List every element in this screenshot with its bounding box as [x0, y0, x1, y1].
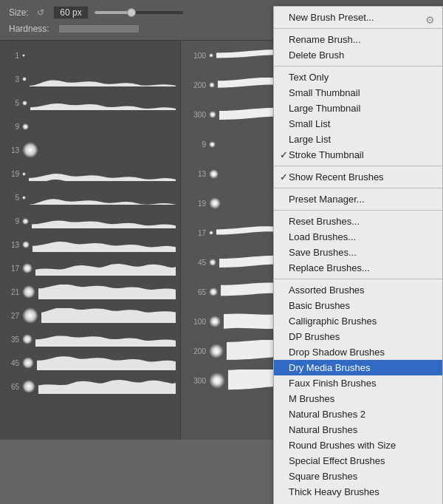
hardness-bar[interactable] — [58, 24, 140, 33]
brush-list-item[interactable]: 45 — [0, 351, 180, 375]
menu-item-basic[interactable]: Basic Brushes — [274, 298, 442, 313]
brush-number: 35 — [4, 336, 19, 344]
menu-item-drop-shadow[interactable]: Drop Shadow Brushes — [274, 344, 442, 360]
size-input[interactable] — [53, 6, 89, 19]
brush-stroke-preview — [38, 285, 176, 299]
menu-item-wet-media[interactable]: Wet Media Brushes — [274, 500, 442, 504]
brush-list-item[interactable]: 9 — [0, 115, 180, 138]
brush-stroke-preview — [41, 308, 176, 323]
preview-number: 19 — [185, 200, 206, 208]
brush-list-item[interactable]: 1 — [0, 44, 180, 67]
menu-item-round-size[interactable]: Round Brushes with Size — [274, 437, 442, 453]
brush-stroke-preview — [29, 166, 176, 181]
menu-item-rename[interactable]: Rename Brush... — [274, 32, 442, 47]
menu-label-dp: DP Brushes — [289, 331, 340, 342]
brush-number: 19 — [4, 170, 19, 178]
gear-icon[interactable]: ⚙ — [425, 14, 435, 26]
brush-number: 5 — [4, 99, 19, 107]
menu-label-new-brush: New Brush Preset... — [289, 12, 374, 23]
preview-number: 200 — [185, 81, 206, 89]
menu-item-thick-heavy[interactable]: Thick Heavy Brushes — [274, 484, 442, 500]
menu-item-stroke-thumb[interactable]: ✓Stroke Thumbnail — [274, 147, 442, 163]
preview-dot — [209, 141, 216, 148]
brush-dot — [22, 123, 29, 130]
brush-list-item[interactable]: 17 — [0, 256, 180, 280]
brush-list-item[interactable]: 5 — [0, 91, 180, 115]
brush-list-item[interactable]: 21 — [0, 280, 180, 304]
brush-list-item[interactable]: 35 — [0, 327, 180, 351]
brush-dot — [22, 101, 27, 106]
brush-dot — [22, 307, 38, 324]
menu-item-reset[interactable]: Reset Brushes... — [274, 214, 442, 229]
brush-number: 13 — [4, 146, 19, 154]
menu-label-small-list: Small List — [289, 118, 330, 129]
brush-list-item[interactable]: 3 — [0, 67, 180, 91]
brush-number: 13 — [4, 241, 19, 249]
brush-dot — [22, 77, 27, 81]
menu-item-show-recent[interactable]: ✓Show Recent Brushes — [274, 169, 442, 185]
menu-item-small-list[interactable]: Small List — [274, 116, 442, 132]
menu-item-new-brush[interactable]: New Brush Preset... — [274, 10, 442, 25]
brush-stroke-preview — [30, 72, 176, 86]
menu-item-load[interactable]: Load Brushes... — [274, 229, 442, 245]
brush-number: 9 — [4, 123, 19, 131]
preview-number: 100 — [185, 318, 206, 326]
menu-item-dp[interactable]: DP Brushes — [274, 329, 442, 344]
menu-label-rename: Rename Brush... — [289, 34, 361, 45]
menu-item-natural[interactable]: Natural Brushes — [274, 422, 442, 437]
preview-number: 13 — [185, 170, 206, 178]
preview-number: 17 — [185, 229, 206, 237]
preview-number: 300 — [185, 111, 206, 119]
menu-item-preset-mgr[interactable]: Preset Manager... — [274, 191, 442, 207]
menu-label-calligraphic: Calligraphic Brushes — [289, 316, 377, 327]
size-slider-thumb[interactable] — [127, 8, 136, 17]
brush-dot — [22, 263, 32, 273]
brush-list-item[interactable]: 9 — [0, 209, 180, 233]
menu-check-stroke-thumb: ✓ — [278, 149, 289, 160]
brush-list-item[interactable]: 65 — [0, 375, 180, 398]
preview-dot — [209, 372, 225, 389]
menu-item-natural2[interactable]: Natural Brushes 2 — [274, 406, 442, 422]
menu-item-large-thumb[interactable]: Large Thumbnail — [274, 101, 442, 116]
brush-list-item[interactable]: 19 — [0, 162, 180, 185]
menu-item-large-list[interactable]: Large List — [274, 132, 442, 147]
menu-item-special[interactable]: Special Effect Brushes — [274, 453, 442, 469]
menu-divider — [274, 66, 442, 67]
menu-item-text-only[interactable]: Text Only — [274, 69, 442, 85]
size-label: Size: — [9, 7, 31, 18]
preview-dot — [209, 53, 213, 58]
preview-dot — [209, 316, 221, 327]
brush-number: 21 — [4, 288, 19, 296]
menu-item-calligraphic[interactable]: Calligraphic Brushes — [274, 313, 442, 329]
menu-item-small-thumb[interactable]: Small Thumbnail — [274, 85, 442, 101]
brush-list-item[interactable]: 27 — [0, 304, 180, 327]
menu-item-replace[interactable]: Replace Brushes... — [274, 260, 442, 276]
preview-dot — [209, 111, 216, 118]
menu-item-dry-media[interactable]: Dry Media Brushes — [274, 360, 442, 375]
menu-item-m-brushes[interactable]: M Brushes — [274, 391, 442, 406]
menu-item-faux-finish[interactable]: Faux Finish Brushes — [274, 375, 442, 391]
brush-stroke-preview — [38, 379, 176, 394]
brush-dot — [22, 357, 34, 369]
size-slider-track[interactable] — [95, 11, 183, 14]
preview-dot — [209, 287, 218, 296]
menu-label-stroke-thumb: Stroke Thumbnail — [289, 149, 364, 160]
brush-list-item[interactable]: 5 — [0, 185, 180, 209]
menu-divider — [274, 279, 442, 279]
menu-item-save[interactable]: Save Brushes... — [274, 245, 442, 260]
preview-number: 200 — [185, 347, 206, 355]
menu-item-assorted[interactable]: Assorted Brushes — [274, 282, 442, 298]
preview-dot — [209, 231, 213, 235]
brush-canvas: 135913195913172127354565 100200300913191… — [0, 41, 443, 440]
brush-number: 5 — [4, 194, 19, 202]
brush-list-item[interactable]: 13 — [0, 233, 180, 256]
menu-item-delete[interactable]: Delete Brush — [274, 47, 442, 63]
menu-check-show-recent: ✓ — [278, 171, 289, 183]
menu-item-square[interactable]: Square Brushes — [274, 469, 442, 484]
brush-dot — [22, 142, 38, 158]
reset-size-icon[interactable]: ↺ — [37, 7, 47, 18]
brush-dot — [22, 172, 26, 176]
menu-label-show-recent: Show Recent Brushes — [289, 171, 384, 183]
menu-divider — [274, 188, 442, 188]
brush-list-item[interactable]: 13 — [0, 138, 180, 162]
